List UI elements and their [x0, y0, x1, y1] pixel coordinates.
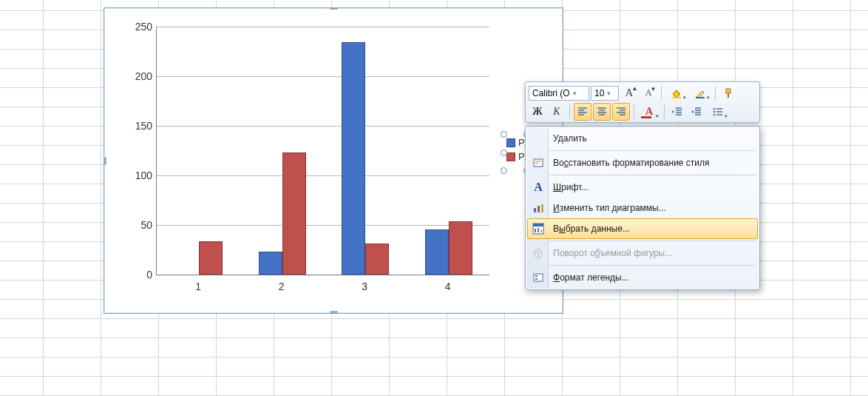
- resize-handle-left[interactable]: ••••: [103, 157, 107, 164]
- menu-item-label: Шрифт...: [553, 182, 589, 192]
- italic-button[interactable]: К: [548, 103, 566, 121]
- bar-series1[interactable]: [342, 42, 365, 275]
- svg-point-6: [713, 113, 716, 115]
- font-name-value: Calibri (О: [532, 88, 570, 98]
- dropdown-icon: ▾: [607, 90, 611, 97]
- fill-color-button[interactable]: ▾: [665, 84, 688, 102]
- menu-item-change-type[interactable]: Изменить тип диаграммы...: [527, 198, 758, 218]
- resize-handle-top[interactable]: ••••: [330, 7, 337, 11]
- resize-handle-bottom[interactable]: ••••: [330, 310, 337, 315]
- format-painter-button[interactable]: [719, 84, 737, 102]
- dropdown-icon: ▾: [573, 90, 577, 97]
- shrink-font-icon: A▼: [645, 87, 652, 98]
- dropdown-icon: ▾: [707, 95, 710, 101]
- font-size-value: 10: [594, 88, 604, 98]
- selection-handle[interactable]: [501, 150, 507, 156]
- menu-item-reset-style[interactable]: Восстановить форматирование стиля: [527, 152, 758, 173]
- menu-item-delete[interactable]: Удалить: [527, 128, 758, 149]
- grow-font-button[interactable]: A▲: [620, 84, 638, 102]
- y-tick-label: 50: [140, 219, 152, 231]
- menu-separator: [549, 241, 756, 241]
- svg-rect-0: [672, 97, 681, 98]
- plot-area[interactable]: 0501001502002501234: [156, 27, 489, 275]
- bar-series2[interactable]: [282, 152, 306, 275]
- dropdown-icon: ▾: [683, 95, 686, 101]
- increase-indent-icon: [691, 107, 702, 116]
- svg-rect-13: [535, 229, 536, 232]
- pencil-icon: [694, 87, 706, 99]
- menu-item-font[interactable]: AШрифт...: [527, 177, 758, 198]
- menu-item-label: Выбрать данные...: [553, 224, 630, 234]
- align-left-button[interactable]: [574, 103, 591, 121]
- legend-swatch: [506, 138, 515, 147]
- x-tick-label: 3: [362, 281, 367, 292]
- bar-series2[interactable]: [449, 221, 472, 275]
- gridline: [157, 126, 489, 127]
- svg-point-4: [713, 107, 716, 110]
- svg-rect-1: [696, 97, 705, 98]
- grow-font-icon: A▲: [625, 87, 634, 99]
- italic-icon: К: [553, 106, 560, 118]
- x-tick-label: 1: [195, 281, 201, 292]
- y-tick-label: 200: [135, 70, 152, 82]
- dropdown-icon: ▾: [725, 113, 728, 119]
- menu-item-label: Восстановить форматирование стиля: [553, 158, 710, 168]
- bar-series2[interactable]: [365, 244, 389, 275]
- bar-series1[interactable]: [425, 229, 449, 275]
- selection-handle[interactable]: [501, 131, 507, 138]
- bar-series2[interactable]: [199, 241, 223, 275]
- menu-item-rotate-3d: Поворот объемной фигуры...: [527, 243, 758, 264]
- svg-rect-2: [726, 89, 730, 93]
- bold-button[interactable]: Ж: [529, 103, 546, 121]
- y-tick-label: 150: [135, 120, 152, 132]
- dropdown-icon: ▾: [656, 113, 659, 119]
- svg-rect-15: [540, 229, 542, 232]
- menu-item-label: Изменить тип диаграммы...: [553, 203, 666, 213]
- x-tick-label: 2: [279, 281, 285, 292]
- font-name-combo[interactable]: Calibri (О ▾: [529, 86, 589, 101]
- context-menu: УдалитьВосстановить форматирование стиля…: [525, 126, 760, 290]
- chart-object[interactable]: •••• •••• •••• •••• 0501001502002501234 …: [104, 7, 563, 314]
- outline-color-button[interactable]: ▾: [689, 84, 711, 102]
- gridline: [157, 225, 489, 226]
- menu-separator: [549, 150, 756, 151]
- gridline: [157, 175, 489, 176]
- chart-type-icon: [531, 201, 546, 215]
- menu-item-label: Поворот объемной фигуры...: [553, 248, 672, 258]
- gridline: [157, 76, 489, 77]
- paintbrush-icon: [722, 87, 734, 99]
- increase-indent-button[interactable]: [688, 103, 705, 121]
- menu-item-legend-format[interactable]: Формат легенды...: [527, 267, 758, 288]
- decrease-indent-icon: [672, 107, 682, 116]
- svg-rect-16: [534, 274, 543, 281]
- y-tick-label: 0: [146, 269, 152, 281]
- menu-separator: [549, 175, 756, 175]
- decrease-indent-button[interactable]: [668, 103, 686, 121]
- align-center-button[interactable]: [593, 103, 611, 121]
- font-icon: A: [531, 180, 546, 195]
- font-size-combo[interactable]: 10 ▾: [591, 86, 619, 101]
- align-right-button[interactable]: [612, 103, 630, 121]
- font-color-button[interactable]: A ▾: [638, 103, 660, 121]
- menu-item-select-data[interactable]: Выбрать данные...: [527, 218, 758, 239]
- svg-rect-17: [535, 275, 538, 277]
- svg-rect-18: [535, 278, 538, 280]
- svg-point-5: [713, 110, 716, 113]
- bold-icon: Ж: [532, 106, 543, 118]
- legend-format-icon: [531, 270, 546, 285]
- y-tick-label: 100: [135, 170, 152, 181]
- legend-swatch: [506, 152, 515, 161]
- bullets-button[interactable]: ▾: [707, 103, 729, 121]
- svg-rect-14: [538, 228, 539, 232]
- mini-toolbar: Calibri (О ▾ 10 ▾ A▲ A▼ ▾ ▾ Ж: [525, 81, 760, 123]
- bar-series1[interactable]: [259, 252, 282, 275]
- gridline: [157, 27, 489, 27]
- cube-icon: [531, 246, 546, 261]
- menu-separator: [549, 265, 756, 266]
- align-center-icon: [597, 107, 607, 116]
- bucket-icon: [671, 87, 682, 99]
- menu-item-label: Удалить: [553, 133, 587, 144]
- shrink-font-button[interactable]: A▼: [640, 84, 657, 102]
- svg-rect-12: [533, 224, 543, 226]
- selection-handle[interactable]: [501, 167, 507, 174]
